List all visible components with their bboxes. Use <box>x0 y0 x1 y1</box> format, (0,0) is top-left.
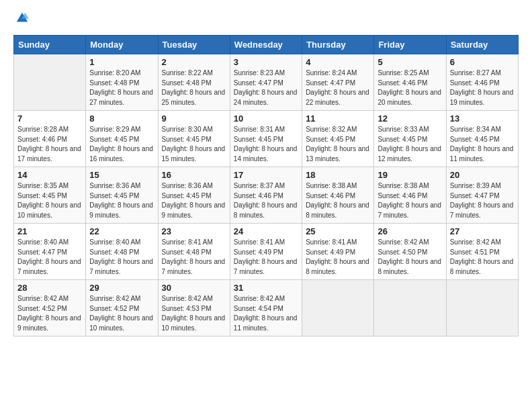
weekday-header-thursday: Thursday <box>302 36 374 54</box>
day-info: Sunrise: 8:37 AM Sunset: 4:46 PM Dayligh… <box>234 181 298 220</box>
day-cell: 17Sunrise: 8:37 AM Sunset: 4:46 PM Dayli… <box>230 167 302 224</box>
day-info: Sunrise: 8:40 AM Sunset: 4:47 PM Dayligh… <box>17 238 82 277</box>
day-number: 7 <box>17 113 82 124</box>
page: SundayMondayTuesdayWednesdayThursdayFrid… <box>0 0 532 411</box>
day-number: 15 <box>89 170 154 180</box>
day-number: 8 <box>89 113 154 124</box>
day-number: 3 <box>234 57 298 67</box>
day-info: Sunrise: 8:36 AM Sunset: 4:45 PM Dayligh… <box>89 181 154 220</box>
day-info: Sunrise: 8:39 AM Sunset: 4:47 PM Dayligh… <box>450 181 515 220</box>
day-cell: 20Sunrise: 8:39 AM Sunset: 4:47 PM Dayli… <box>446 167 518 224</box>
day-number: 23 <box>162 226 226 236</box>
day-number: 27 <box>450 226 515 236</box>
weekday-header-friday: Friday <box>374 36 446 54</box>
weekday-header-sunday: Sunday <box>14 36 86 54</box>
day-cell: 9Sunrise: 8:30 AM Sunset: 4:45 PM Daylig… <box>158 111 230 167</box>
day-cell: 28Sunrise: 8:42 AM Sunset: 4:52 PM Dayli… <box>14 280 86 336</box>
day-cell: 22Sunrise: 8:40 AM Sunset: 4:48 PM Dayli… <box>86 224 158 280</box>
day-info: Sunrise: 8:28 AM Sunset: 4:46 PM Dayligh… <box>17 125 82 164</box>
day-cell: 3Sunrise: 8:23 AM Sunset: 4:47 PM Daylig… <box>230 54 302 111</box>
day-cell: 13Sunrise: 8:34 AM Sunset: 4:45 PM Dayli… <box>446 111 518 167</box>
day-info: Sunrise: 8:42 AM Sunset: 4:51 PM Dayligh… <box>450 238 515 277</box>
day-cell: 11Sunrise: 8:32 AM Sunset: 4:45 PM Dayli… <box>302 111 374 167</box>
day-info: Sunrise: 8:27 AM Sunset: 4:46 PM Dayligh… <box>450 68 515 107</box>
day-number: 24 <box>234 226 298 236</box>
day-cell: 4Sunrise: 8:24 AM Sunset: 4:47 PM Daylig… <box>302 54 374 111</box>
day-info: Sunrise: 8:36 AM Sunset: 4:45 PM Dayligh… <box>162 181 226 220</box>
week-row-2: 7Sunrise: 8:28 AM Sunset: 4:46 PM Daylig… <box>14 111 519 167</box>
day-info: Sunrise: 8:42 AM Sunset: 4:52 PM Dayligh… <box>17 294 82 333</box>
day-cell: 15Sunrise: 8:36 AM Sunset: 4:45 PM Dayli… <box>86 167 158 224</box>
day-number: 17 <box>234 170 298 180</box>
day-cell: 23Sunrise: 8:41 AM Sunset: 4:48 PM Dayli… <box>158 224 230 280</box>
week-row-1: 1Sunrise: 8:20 AM Sunset: 4:48 PM Daylig… <box>14 54 519 111</box>
day-cell: 10Sunrise: 8:31 AM Sunset: 4:45 PM Dayli… <box>230 111 302 167</box>
day-info: Sunrise: 8:38 AM Sunset: 4:46 PM Dayligh… <box>306 181 370 220</box>
day-cell: 30Sunrise: 8:42 AM Sunset: 4:53 PM Dayli… <box>158 280 230 336</box>
day-cell: 12Sunrise: 8:33 AM Sunset: 4:45 PM Dayli… <box>374 111 446 167</box>
week-row-5: 28Sunrise: 8:42 AM Sunset: 4:52 PM Dayli… <box>14 280 519 336</box>
weekday-header-wednesday: Wednesday <box>230 36 302 54</box>
weekday-header-saturday: Saturday <box>446 36 518 54</box>
day-cell: 21Sunrise: 8:40 AM Sunset: 4:47 PM Dayli… <box>14 224 86 280</box>
day-cell: 29Sunrise: 8:42 AM Sunset: 4:52 PM Dayli… <box>86 280 158 336</box>
day-number: 25 <box>306 226 370 236</box>
day-cell: 18Sunrise: 8:38 AM Sunset: 4:46 PM Dayli… <box>302 167 374 224</box>
day-info: Sunrise: 8:29 AM Sunset: 4:45 PM Dayligh… <box>89 125 154 164</box>
day-number: 28 <box>17 283 82 293</box>
week-row-4: 21Sunrise: 8:40 AM Sunset: 4:47 PM Dayli… <box>14 224 519 280</box>
day-cell <box>14 54 86 111</box>
day-number: 29 <box>89 283 154 293</box>
day-info: Sunrise: 8:38 AM Sunset: 4:46 PM Dayligh… <box>378 181 442 220</box>
day-info: Sunrise: 8:22 AM Sunset: 4:48 PM Dayligh… <box>162 68 226 107</box>
logo <box>13 11 30 28</box>
day-number: 6 <box>450 57 515 67</box>
logo-icon <box>15 11 30 26</box>
weekday-header-row: SundayMondayTuesdayWednesdayThursdayFrid… <box>14 36 519 54</box>
day-info: Sunrise: 8:25 AM Sunset: 4:46 PM Dayligh… <box>378 68 442 107</box>
day-info: Sunrise: 8:31 AM Sunset: 4:45 PM Dayligh… <box>234 125 298 164</box>
day-number: 22 <box>89 226 154 236</box>
day-info: Sunrise: 8:23 AM Sunset: 4:47 PM Dayligh… <box>234 68 298 107</box>
day-cell: 24Sunrise: 8:41 AM Sunset: 4:49 PM Dayli… <box>230 224 302 280</box>
day-cell: 7Sunrise: 8:28 AM Sunset: 4:46 PM Daylig… <box>14 111 86 167</box>
day-info: Sunrise: 8:24 AM Sunset: 4:47 PM Dayligh… <box>306 68 370 107</box>
day-number: 1 <box>89 57 154 67</box>
day-number: 19 <box>378 170 442 180</box>
day-cell: 6Sunrise: 8:27 AM Sunset: 4:46 PM Daylig… <box>446 54 518 111</box>
day-number: 26 <box>378 226 442 236</box>
day-cell: 16Sunrise: 8:36 AM Sunset: 4:45 PM Dayli… <box>158 167 230 224</box>
day-info: Sunrise: 8:40 AM Sunset: 4:48 PM Dayligh… <box>89 238 154 277</box>
header <box>13 11 519 28</box>
day-number: 4 <box>306 57 370 67</box>
weekday-header-tuesday: Tuesday <box>158 36 230 54</box>
week-row-3: 14Sunrise: 8:35 AM Sunset: 4:45 PM Dayli… <box>14 167 519 224</box>
day-number: 31 <box>234 283 298 293</box>
day-number: 5 <box>378 57 442 67</box>
day-info: Sunrise: 8:41 AM Sunset: 4:48 PM Dayligh… <box>162 238 226 277</box>
day-info: Sunrise: 8:41 AM Sunset: 4:49 PM Dayligh… <box>234 238 298 277</box>
day-cell: 8Sunrise: 8:29 AM Sunset: 4:45 PM Daylig… <box>86 111 158 167</box>
day-cell: 27Sunrise: 8:42 AM Sunset: 4:51 PM Dayli… <box>446 224 518 280</box>
day-number: 20 <box>450 170 515 180</box>
day-number: 16 <box>162 170 226 180</box>
day-cell <box>374 280 446 336</box>
day-cell: 19Sunrise: 8:38 AM Sunset: 4:46 PM Dayli… <box>374 167 446 224</box>
day-info: Sunrise: 8:42 AM Sunset: 4:54 PM Dayligh… <box>234 294 298 333</box>
day-cell: 26Sunrise: 8:42 AM Sunset: 4:50 PM Dayli… <box>374 224 446 280</box>
day-cell: 25Sunrise: 8:41 AM Sunset: 4:49 PM Dayli… <box>302 224 374 280</box>
day-info: Sunrise: 8:41 AM Sunset: 4:49 PM Dayligh… <box>306 238 370 277</box>
day-number: 10 <box>234 113 298 124</box>
day-info: Sunrise: 8:42 AM Sunset: 4:53 PM Dayligh… <box>162 294 226 333</box>
day-info: Sunrise: 8:30 AM Sunset: 4:45 PM Dayligh… <box>162 125 226 164</box>
day-cell: 1Sunrise: 8:20 AM Sunset: 4:48 PM Daylig… <box>86 54 158 111</box>
day-cell: 14Sunrise: 8:35 AM Sunset: 4:45 PM Dayli… <box>14 167 86 224</box>
day-info: Sunrise: 8:42 AM Sunset: 4:50 PM Dayligh… <box>378 238 442 277</box>
day-number: 18 <box>306 170 370 180</box>
day-cell: 2Sunrise: 8:22 AM Sunset: 4:48 PM Daylig… <box>158 54 230 111</box>
day-number: 9 <box>162 113 226 124</box>
day-number: 21 <box>17 226 82 236</box>
day-info: Sunrise: 8:33 AM Sunset: 4:45 PM Dayligh… <box>378 125 442 164</box>
day-cell <box>302 280 374 336</box>
weekday-header-monday: Monday <box>86 36 158 54</box>
